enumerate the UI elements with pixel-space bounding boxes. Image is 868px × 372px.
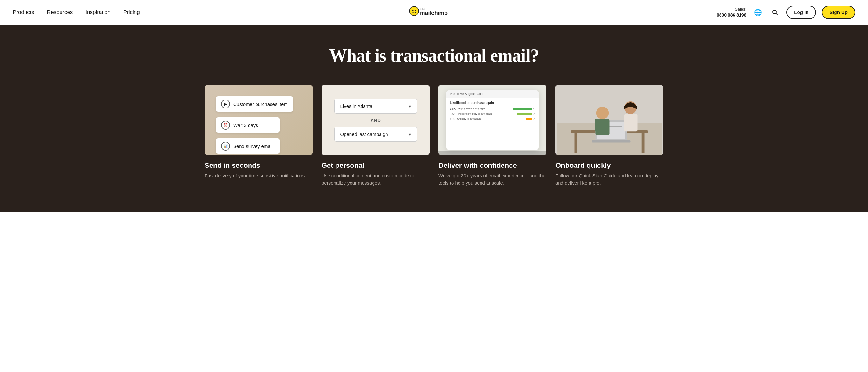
- sales-number: 0800 086 8196: [717, 12, 746, 18]
- card-onboard-quickly: Onboard quickly Follow our Quick Start G…: [555, 85, 663, 187]
- people-svg: [555, 85, 663, 155]
- card-4-desc: Follow our Quick Start Guide and learn t…: [555, 172, 663, 187]
- hero-section: What is transactional email? ▶ Customer …: [0, 25, 868, 212]
- condition-2-label: Opened last campaign: [340, 132, 388, 137]
- login-button[interactable]: Log In: [786, 6, 816, 19]
- svg-point-2: [415, 10, 416, 11]
- card-4-image: [555, 85, 663, 155]
- chart-icon: 📊: [221, 142, 230, 150]
- play-icon: ▶: [221, 99, 230, 109]
- nav-left: Products Resources Inspiration Pricing: [13, 9, 140, 16]
- laptop-row-2: 3.5K Moderately likely to buy again ✓: [450, 112, 535, 115]
- card-3-desc: We've got 20+ years of email experience—…: [438, 172, 547, 187]
- laptop-row-3: 116 Unlikely to buy again ✓: [450, 117, 535, 121]
- chevron-icon-2: [409, 132, 411, 137]
- row-3-desc: Unlikely to buy again: [457, 117, 523, 120]
- logo[interactable]: intuit mailchimp: [408, 5, 460, 20]
- svg-rect-19: [592, 140, 630, 143]
- nav-products[interactable]: Products: [13, 9, 34, 16]
- condition-dropdown-2[interactable]: Opened last campaign: [334, 127, 417, 142]
- check-3: ✓: [533, 117, 535, 120]
- card-2-image: Lives in Atlanta AND Opened last campaig…: [321, 85, 430, 155]
- card-1-heading: Send in seconds: [205, 162, 313, 170]
- card-send-seconds: ▶ Customer purchases item ⏰ Wait 3 days …: [205, 85, 313, 187]
- flow-container: ▶ Customer purchases item ⏰ Wait 3 days …: [211, 91, 298, 155]
- bar-2: [518, 113, 532, 115]
- card-3-heading: Deliver with confidence: [438, 162, 547, 170]
- hero-title: What is transactional email?: [19, 45, 849, 66]
- flow-item-3-label: Send survey email: [233, 144, 273, 149]
- flow-item-3: 📊 Send survey email: [216, 139, 280, 154]
- card-1-desc: Fast delivery of your time-sensitive not…: [205, 172, 313, 180]
- mailchimp-logo: intuit mailchimp: [408, 5, 460, 20]
- flow-item-1: ▶ Customer purchases item: [216, 96, 293, 112]
- svg-line-6: [776, 13, 777, 15]
- globe-icon[interactable]: 🌐: [752, 7, 764, 18]
- card-get-personal: Lives in Atlanta AND Opened last campaig…: [321, 85, 430, 187]
- svg-point-0: [409, 6, 419, 16]
- row-2-label: 3.5K: [450, 112, 456, 115]
- nav-inspiration[interactable]: Inspiration: [85, 9, 110, 16]
- check-2: ✓: [533, 112, 535, 115]
- card-2-desc: Use conditional content and custom code …: [321, 172, 430, 187]
- card-deliver-confidence: Predictive Segmentation Likelihood to pu…: [438, 85, 547, 187]
- svg-point-1: [412, 10, 413, 11]
- flow-connector-1: [226, 112, 226, 117]
- people-illustration: [555, 85, 663, 155]
- row-2-bar: ✓: [518, 112, 535, 115]
- card-4-heading: Onboard quickly: [555, 162, 663, 170]
- chevron-icon-1: [409, 103, 411, 109]
- card-1-image: ▶ Customer purchases item ⏰ Wait 3 days …: [205, 85, 313, 155]
- flow-item-1-label: Customer purchases item: [233, 102, 288, 107]
- svg-point-20: [596, 107, 609, 119]
- row-2-desc: Moderately likely to buy again: [458, 112, 515, 115]
- flow-item-2: ⏰ Wait 3 days: [216, 117, 280, 133]
- features-grid: ▶ Customer purchases item ⏰ Wait 3 days …: [205, 85, 663, 187]
- card-2-heading: Get personal: [321, 162, 430, 170]
- condition-1-label: Lives in Atlanta: [340, 103, 372, 109]
- sales-label: Sales:: [717, 7, 746, 12]
- card-3-image: Predictive Segmentation Likelihood to pu…: [438, 85, 547, 155]
- sales-info: Sales: 0800 086 8196: [717, 7, 746, 18]
- svg-rect-24: [624, 114, 638, 132]
- laptop-base: [438, 150, 547, 155]
- svg-rect-22: [595, 119, 600, 132]
- row-3-bar: ✓: [526, 117, 535, 120]
- navigation: Products Resources Inspiration Pricing i…: [0, 0, 868, 25]
- flow-connector-2: [226, 133, 226, 139]
- signup-button[interactable]: Sign Up: [822, 6, 855, 19]
- search-icon[interactable]: [769, 7, 781, 18]
- row-1-desc: Highly likely to buy again: [458, 107, 510, 110]
- condition-and-label: AND: [370, 117, 381, 123]
- laptop-header: Predictive Segmentation: [446, 90, 538, 98]
- condition-dropdown-1[interactable]: Lives in Atlanta: [334, 98, 417, 114]
- row-1-bar: ✓: [513, 107, 535, 110]
- bar-1: [513, 108, 532, 110]
- laptop-row-1: 1.6K Highly likely to buy again ✓: [450, 107, 535, 110]
- check-1: ✓: [533, 107, 535, 110]
- svg-text:mailchimp: mailchimp: [420, 10, 448, 16]
- bar-3: [526, 118, 532, 120]
- svg-rect-11: [642, 133, 645, 153]
- row-3-label: 116: [450, 117, 455, 121]
- clock-icon: ⏰: [221, 121, 230, 130]
- laptop-body: Likelihood to purchase again 1.6K Highly…: [446, 98, 538, 150]
- nav-right: Sales: 0800 086 8196 🌐 Log In Sign Up: [717, 6, 855, 19]
- nav-pricing[interactable]: Pricing: [123, 9, 140, 16]
- svg-rect-10: [575, 133, 578, 153]
- laptop-title: Likelihood to purchase again: [450, 101, 535, 105]
- row-1-label: 1.6K: [450, 107, 456, 110]
- flow-item-2-label: Wait 3 days: [233, 122, 258, 128]
- laptop-mockup: Predictive Segmentation Likelihood to pu…: [446, 90, 538, 150]
- nav-resources[interactable]: Resources: [47, 9, 73, 16]
